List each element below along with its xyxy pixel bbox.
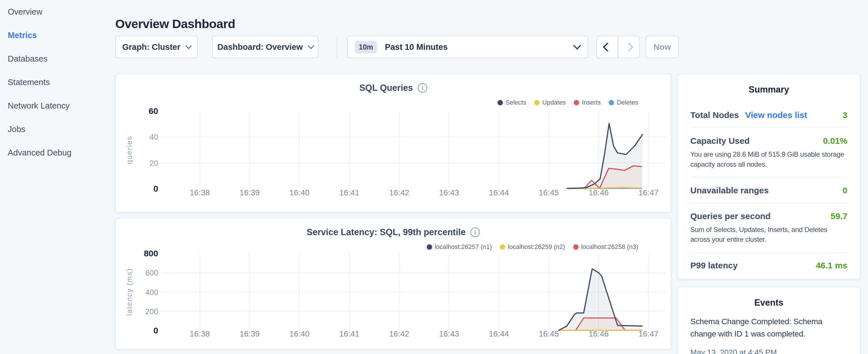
- summary-row-total-nodes: Total NodesView nodes list 3: [690, 102, 847, 128]
- time-window-label: Past 10 Minutes: [385, 42, 566, 52]
- svg-text:400: 400: [145, 288, 158, 297]
- p99-latency-label: P99 latency: [690, 261, 738, 270]
- time-window-badge: 10m: [355, 41, 377, 53]
- page-title: Overview Dashboard: [115, 17, 235, 31]
- dashboard-dropdown-label: Dashboard: Overview: [217, 42, 303, 52]
- svg-text:16:41: 16:41: [339, 188, 359, 197]
- summary-row-capacity-used: Capacity Used 0.01% You are using 28.6 M…: [690, 128, 847, 178]
- summary-row-p99-latency: P99 latency 46.1 ms: [690, 253, 847, 278]
- graph-dropdown[interactable]: Graph: Cluster: [115, 36, 198, 58]
- svg-text:800: 800: [144, 249, 158, 258]
- next-timespan-button[interactable]: [618, 36, 639, 58]
- event-text: Schema Change Completed: Schema change w…: [690, 315, 828, 340]
- events-panel: Events Schema Change Completed: Schema c…: [677, 287, 861, 354]
- previous-timespan-button[interactable]: [597, 36, 618, 58]
- sidebar-item-statements[interactable]: Statements: [8, 70, 115, 94]
- total-nodes-label: Total Nodes: [690, 110, 739, 120]
- svg-text:16:45: 16:45: [539, 188, 559, 197]
- sidebar-item-advanced-debug[interactable]: Advanced Debug: [8, 141, 115, 164]
- svg-text:16:40: 16:40: [289, 188, 309, 197]
- svg-text:200: 200: [145, 307, 158, 316]
- summary-row-unavailable-ranges: Unavailable ranges 0: [690, 178, 847, 203]
- svg-text:16:43: 16:43: [439, 329, 459, 338]
- svg-text:16:41: 16:41: [339, 329, 359, 338]
- unavailable-ranges-value: 0: [842, 186, 847, 195]
- summary-title: Summary: [678, 74, 860, 95]
- graph-dropdown-label: Graph: Cluster: [122, 42, 180, 52]
- svg-text:16:42: 16:42: [389, 188, 409, 197]
- svg-text:16:38: 16:38: [190, 329, 210, 338]
- queries-per-second-description: Sum of Selects, Updates, Inserts, and De…: [690, 225, 847, 245]
- controls-divider: [337, 36, 337, 58]
- svg-text:queries: queries: [125, 136, 133, 164]
- sidebar-item-overview[interactable]: Overview: [8, 0, 115, 24]
- time-window-selector[interactable]: 10m Past 10 Minutes: [347, 36, 588, 58]
- events-title: Events: [678, 287, 860, 308]
- svg-text:16:44: 16:44: [489, 188, 509, 197]
- chevron-down-icon: [573, 41, 581, 50]
- time-step-buttons: [596, 36, 640, 58]
- summary-row-queries-per-second: Queries per second 59.7 Sum of Selects, …: [690, 203, 847, 253]
- event-timestamp: May 13, 2020 at 4:45 PM: [690, 348, 847, 354]
- svg-text:20: 20: [150, 159, 158, 167]
- chevron-down-icon: [185, 43, 192, 49]
- svg-text:16:47: 16:47: [639, 188, 658, 197]
- queries-per-second-label: Queries per second: [690, 212, 771, 221]
- svg-text:0: 0: [153, 184, 158, 193]
- capacity-used-label: Capacity Used: [690, 136, 750, 146]
- svg-text:60: 60: [149, 106, 158, 116]
- view-nodes-list-link[interactable]: View nodes list: [745, 110, 807, 120]
- svg-text:16:38: 16:38: [190, 188, 210, 197]
- capacity-used-description: You are using 28.6 MiB of 515.9 GiB usab…: [690, 150, 847, 169]
- svg-text:40: 40: [150, 133, 158, 141]
- sidebar-item-metrics[interactable]: Metrics: [8, 24, 115, 47]
- service-latency-chart-card: Service Latency: SQL, 99th percentile i …: [115, 218, 672, 349]
- queries-per-second-value: 59.7: [831, 212, 847, 221]
- dashboard-dropdown[interactable]: Dashboard: Overview: [212, 36, 318, 58]
- svg-text:16:42: 16:42: [389, 329, 409, 338]
- sidebar-item-jobs[interactable]: Jobs: [8, 118, 115, 141]
- p99-latency-value: 46.1 ms: [816, 261, 847, 270]
- chevron-left-icon: [602, 42, 612, 52]
- capacity-used-value: 0.01%: [823, 136, 847, 146]
- sql-queries-chart-card: SQL Queries i SelectsUpdatesInsertsDelet…: [115, 74, 672, 213]
- now-button-label: Now: [653, 42, 671, 52]
- chevron-right-icon: [624, 42, 633, 52]
- svg-text:16:44: 16:44: [489, 329, 509, 338]
- service-latency-plot[interactable]: 16:3816:3916:4016:4116:4216:4316:4416:45…: [116, 219, 671, 349]
- svg-text:16:43: 16:43: [439, 188, 459, 197]
- sidebar-nav: OverviewMetricsDatabasesStatementsNetwor…: [0, 0, 115, 164]
- svg-text:16:46: 16:46: [589, 188, 609, 197]
- sidebar-item-databases[interactable]: Databases: [8, 47, 115, 70]
- svg-text:16:45: 16:45: [539, 329, 559, 338]
- chevron-down-icon: [308, 43, 314, 49]
- svg-text:16:39: 16:39: [240, 329, 260, 338]
- svg-text:16:39: 16:39: [240, 188, 260, 197]
- sql-queries-plot[interactable]: 16:3816:3916:4016:4116:4216:4316:4416:45…: [116, 74, 671, 212]
- svg-text:latency (ms): latency (ms): [125, 268, 133, 316]
- svg-text:0: 0: [153, 326, 158, 335]
- event-list-item[interactable]: Schema Change Completed: Schema change w…: [690, 315, 847, 354]
- total-nodes-value: 3: [842, 110, 847, 120]
- unavailable-ranges-label: Unavailable ranges: [690, 186, 769, 195]
- svg-text:16:40: 16:40: [289, 329, 309, 338]
- summary-panel: Summary Total NodesView nodes list 3 Cap…: [677, 74, 861, 280]
- sidebar-item-network-latency[interactable]: Network Latency: [8, 94, 115, 118]
- svg-text:600: 600: [145, 269, 158, 277]
- now-button[interactable]: Now: [646, 36, 679, 58]
